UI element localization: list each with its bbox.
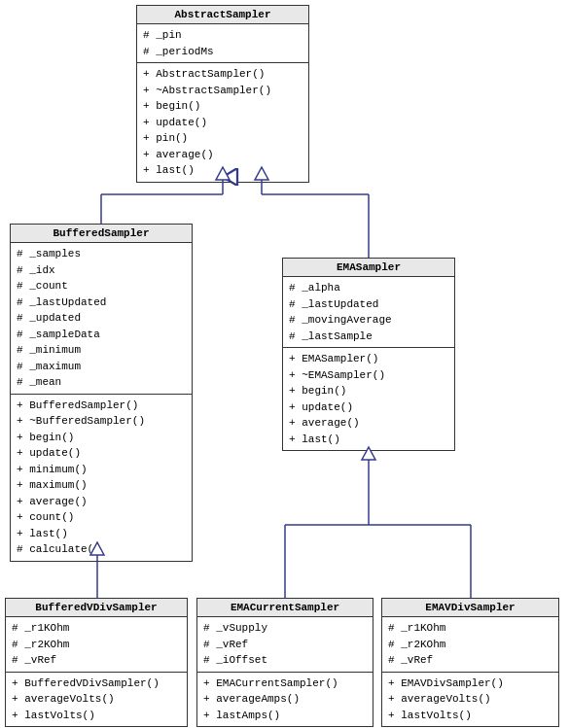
method-update-ema: + update(): [289, 399, 448, 416]
method-lastvolts-bvds: + lastVolts(): [12, 708, 181, 724]
method-minimum-bs: + minimum(): [17, 462, 186, 478]
method-update-bs: + update(): [17, 445, 186, 462]
attr-minimum: # _minimum: [17, 342, 186, 359]
class-methods-emacs: + EMACurrentSampler() + averageAmps() + …: [197, 673, 373, 727]
attr-count: # _count: [17, 278, 186, 295]
method-lastvolts-emavds: + lastVolts(): [388, 708, 552, 724]
attr-lastupdated: # _lastUpdated: [17, 295, 186, 311]
method-constructor-emavds: + EMAVDivSampler(): [388, 676, 552, 692]
attr-mean: # _mean: [17, 374, 186, 391]
attr-vsupply-emacs: # _vSupply: [203, 620, 367, 637]
attr-r1kohm-emavds: # _r1KOhm: [388, 620, 552, 637]
class-methods-emasampler: + EMASampler() + ~EMASampler() + begin()…: [283, 348, 454, 450]
method-averagevolts-bvds: + averageVolts(): [12, 691, 181, 708]
class-emasampler: EMASampler # _alpha # _lastUpdated # _mo…: [282, 258, 455, 451]
method-maximum-bs: + maximum(): [17, 477, 186, 494]
class-attrs-abstractsampler: # _pin # _periodMs: [137, 24, 308, 63]
method-destructor-bs: + ~BufferedSampler(): [17, 413, 186, 430]
attr-idx: # _idx: [17, 262, 186, 279]
method-begin: + begin(): [143, 98, 302, 115]
method-constructor-ema: + EMASampler(): [289, 351, 448, 367]
method-constructor: + AbstractSampler(): [143, 66, 302, 83]
attr-vref-emacs: # _vRef: [203, 637, 367, 653]
method-constructor-bs: + BufferedSampler(): [17, 398, 186, 414]
class-emacurrentsampler: EMACurrentSampler # _vSupply # _vRef # _…: [196, 598, 373, 727]
class-bufferedsampler: BufferedSampler # _samples # _idx # _cou…: [10, 224, 193, 562]
attr-pin: # _pin: [143, 27, 302, 44]
method-last: + last(): [143, 162, 302, 179]
attr-vref-bvds: # _vRef: [12, 652, 181, 669]
class-title-emavds: EMAVDivSampler: [382, 599, 558, 617]
class-title-bufferedsampler: BufferedSampler: [11, 225, 192, 243]
method-averageamps-emacs: + averageAmps(): [203, 691, 367, 708]
method-update: + update(): [143, 115, 302, 131]
class-title-bvds: BufferedVDivSampler: [6, 599, 187, 617]
method-constructor-bvds: + BufferedVDivSampler(): [12, 676, 181, 692]
method-averagevolts-emavds: + averageVolts(): [388, 691, 552, 708]
class-attrs-bufferedsampler: # _samples # _idx # _count # _lastUpdate…: [11, 243, 192, 395]
attr-r1kohm-bvds: # _r1KOhm: [12, 620, 181, 637]
method-average-ema: + average(): [289, 415, 448, 432]
method-begin-bs: + begin(): [17, 430, 186, 446]
class-methods-bufferedsampler: + BufferedSampler() + ~BufferedSampler()…: [11, 395, 192, 561]
class-methods-bvds: + BufferedVDivSampler() + averageVolts()…: [6, 673, 187, 727]
method-pin: + pin(): [143, 130, 302, 147]
method-average: + average(): [143, 147, 302, 163]
method-lastamps-emacs: + lastAmps(): [203, 708, 367, 724]
class-attrs-bvds: # _r1KOhm # _r2KOhm # _vRef: [6, 617, 187, 673]
method-calculate-bs: # calculate(): [17, 541, 186, 558]
method-last-bs: + last(): [17, 526, 186, 542]
class-emavdivsampler: EMAVDivSampler # _r1KOhm # _r2KOhm # _vR…: [381, 598, 559, 727]
diagram-container: AbstractSampler # _pin # _periodMs + Abs…: [0, 0, 569, 728]
attr-lastsample: # _lastSample: [289, 329, 448, 345]
method-average-bs: + average(): [17, 494, 186, 510]
class-attrs-emavds: # _r1KOhm # _r2KOhm # _vRef: [382, 617, 558, 673]
attr-maximum: # _maximum: [17, 359, 186, 375]
class-bufferedvdivsampler: BufferedVDivSampler # _r1KOhm # _r2KOhm …: [5, 598, 188, 727]
class-methods-emavds: + EMAVDivSampler() + averageVolts() + la…: [382, 673, 558, 727]
attr-sampledata: # _sampleData: [17, 327, 186, 343]
class-methods-abstractsampler: + AbstractSampler() + ~AbstractSampler()…: [137, 63, 308, 182]
class-abstractsampler: AbstractSampler # _pin # _periodMs + Abs…: [136, 5, 309, 183]
attr-updated: # _updated: [17, 310, 186, 327]
attr-alpha: # _alpha: [289, 280, 448, 296]
attr-movingaverage: # _movingAverage: [289, 312, 448, 329]
class-title-emasampler: EMASampler: [283, 259, 454, 277]
method-destructor-ema: + ~EMASampler(): [289, 367, 448, 384]
attr-r2kohm-bvds: # _r2KOhm: [12, 637, 181, 653]
method-begin-ema: + begin(): [289, 383, 448, 399]
attr-lastupdated-ema: # _lastUpdated: [289, 296, 448, 313]
class-title-abstractsampler: AbstractSampler: [137, 6, 308, 24]
method-last-ema: + last(): [289, 432, 448, 448]
class-attrs-emasampler: # _alpha # _lastUpdated # _movingAverage…: [283, 277, 454, 348]
attr-ioffset-emacs: # _iOffset: [203, 652, 367, 669]
class-attrs-emacs: # _vSupply # _vRef # _iOffset: [197, 617, 373, 673]
attr-vref-emavds: # _vRef: [388, 652, 552, 669]
class-title-emacs: EMACurrentSampler: [197, 599, 373, 617]
attr-periodms: # _periodMs: [143, 44, 302, 60]
attr-r2kohm-emavds: # _r2KOhm: [388, 637, 552, 653]
attr-samples: # _samples: [17, 246, 186, 262]
method-count-bs: + count(): [17, 509, 186, 526]
method-constructor-emacs: + EMACurrentSampler(): [203, 676, 367, 692]
method-destructor: + ~AbstractSampler(): [143, 83, 302, 99]
